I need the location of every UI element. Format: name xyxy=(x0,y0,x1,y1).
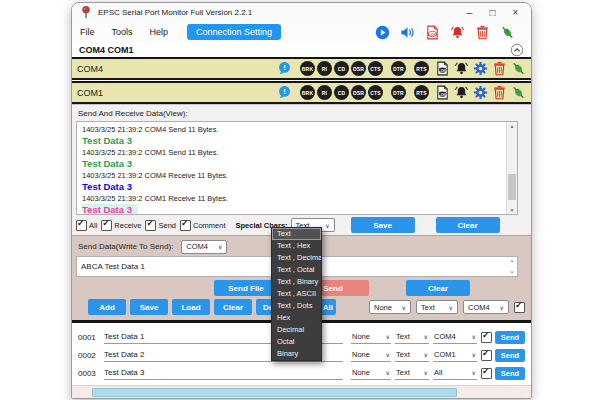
menu-tools[interactable]: Tools xyxy=(112,27,133,37)
dropdown-option[interactable]: Text , Dots xyxy=(272,300,321,312)
comment-checkbox[interactable] xyxy=(180,220,191,231)
trash-icon[interactable] xyxy=(492,85,507,100)
row-format-select[interactable]: Text ∨ xyxy=(395,331,429,344)
signal-brk[interactable]: BRK xyxy=(300,61,315,76)
volume-icon[interactable] xyxy=(400,25,415,40)
signal-brk[interactable]: BRK xyxy=(300,85,315,100)
log-file-icon[interactable]: LOG xyxy=(425,25,440,40)
dropdown-option[interactable]: Binary xyxy=(272,348,321,360)
filter-send[interactable]: Send xyxy=(145,220,176,231)
signal-cd[interactable]: CD xyxy=(334,85,349,100)
close-button[interactable]: × xyxy=(504,4,527,20)
dropdown-option[interactable]: Text , Octal xyxy=(272,264,321,276)
add-button[interactable]: Add xyxy=(88,299,126,315)
row-enable-checkbox[interactable] xyxy=(481,368,492,379)
horizontal-scrollbar[interactable] xyxy=(72,385,531,398)
row-enable-checkbox[interactable] xyxy=(481,350,492,361)
menu-help[interactable]: Help xyxy=(150,27,169,37)
row-line-ending-select[interactable]: None ∨ xyxy=(351,349,391,362)
signal-dtr[interactable]: DTR xyxy=(391,61,406,76)
bell-icon[interactable] xyxy=(454,85,469,100)
play-icon[interactable] xyxy=(375,25,390,40)
global-line-ending-select[interactable]: None ∨ xyxy=(369,300,411,314)
dropdown-option[interactable]: Text , Decimal xyxy=(272,252,321,264)
row-port-select[interactable]: COM1 ∨ xyxy=(433,349,477,362)
row-send-button[interactable]: Send xyxy=(495,349,525,362)
signal-ri[interactable]: RI xyxy=(317,61,332,76)
row-line-ending-select[interactable]: None ∨ xyxy=(351,331,391,344)
row-format-select[interactable]: Text ∨ xyxy=(395,349,429,362)
connect-plug-icon[interactable] xyxy=(511,85,526,100)
signal-ri[interactable]: RI xyxy=(317,85,332,100)
log-line: 1403/3/25 21:39:2 COM4 Send 11 Bytes. xyxy=(82,124,503,135)
signal-dsr[interactable]: DSR xyxy=(351,61,366,76)
row-enable-checkbox[interactable] xyxy=(481,332,492,343)
svg-text:LOG: LOG xyxy=(438,92,447,97)
filter-all[interactable]: All xyxy=(76,220,97,231)
dropdown-option[interactable]: Decimal xyxy=(272,324,321,336)
settings-gear-icon[interactable] xyxy=(473,85,488,100)
input-scroll-arrows[interactable]: ▲▼ xyxy=(507,257,517,276)
alert-balloon-icon[interactable]: ! xyxy=(277,85,292,100)
connection-setting-button[interactable]: Connection Setting xyxy=(187,24,281,40)
receive-checkbox[interactable] xyxy=(101,220,112,231)
bell-icon[interactable] xyxy=(454,61,469,76)
row-text-input[interactable]: Test Data 3 xyxy=(104,367,343,380)
scroll-down-arrow-icon[interactable]: ▼ xyxy=(507,207,517,213)
view-clear-button[interactable]: Clear xyxy=(436,217,500,233)
connect-plug-icon[interactable] xyxy=(511,61,526,76)
row-format-select[interactable]: Text ∨ xyxy=(395,367,429,380)
connect-plug-icon[interactable] xyxy=(500,25,515,40)
log-line-received-data: Test Data 3 xyxy=(82,181,503,193)
dropdown-option[interactable]: Text , Binary xyxy=(272,276,321,288)
row-port-select[interactable]: All ∨ xyxy=(433,367,477,380)
filter-comment[interactable]: Comment xyxy=(180,220,226,231)
scroll-up-arrow-icon[interactable]: ▲ xyxy=(507,123,517,129)
all-checkbox[interactable] xyxy=(76,220,87,231)
log-file-icon[interactable]: LOG xyxy=(435,85,450,100)
global-port-select[interactable]: COM4 ∨ xyxy=(463,300,509,314)
row-line-ending-select[interactable]: None ∨ xyxy=(351,367,391,380)
trash-icon[interactable] xyxy=(475,25,490,40)
chevron-down-icon: ∨ xyxy=(500,304,504,311)
global-format-select[interactable]: Text ∨ xyxy=(416,300,458,314)
send-checkbox[interactable] xyxy=(145,220,156,231)
filter-receive[interactable]: Receive xyxy=(101,220,141,231)
dropdown-option[interactable]: Hex xyxy=(272,312,321,324)
signal-rts[interactable]: RTS xyxy=(414,85,429,100)
row-send-button[interactable]: Send xyxy=(495,367,525,380)
log-file-icon[interactable]: LOG xyxy=(435,61,450,76)
send-port-select[interactable]: COM4 ∨ xyxy=(181,240,227,254)
signal-cts[interactable]: CTS xyxy=(368,85,383,100)
scrollbar-thumb[interactable] xyxy=(92,388,457,397)
trash-icon[interactable] xyxy=(492,61,507,76)
row-send-button[interactable]: Send xyxy=(495,331,525,344)
collapse-chevron-up-icon[interactable] xyxy=(510,43,524,57)
save-button[interactable]: Save xyxy=(130,299,168,315)
menu-file[interactable]: File xyxy=(80,27,95,37)
dropdown-option[interactable]: Text , ASCII xyxy=(272,288,321,300)
send-file-button[interactable]: Send File xyxy=(214,280,278,296)
row-port-select[interactable]: COM4 ∨ xyxy=(433,331,477,344)
signal-cd[interactable]: CD xyxy=(334,61,349,76)
view-save-button[interactable]: Save xyxy=(351,217,415,233)
dropdown-option[interactable]: Octal xyxy=(272,336,321,348)
vertical-scrollbar[interactable]: ▲ ▼ xyxy=(506,122,517,214)
clear-button[interactable]: Clear xyxy=(214,299,252,315)
global-enable-checkbox[interactable] xyxy=(514,302,525,313)
settings-gear-icon[interactable] xyxy=(473,61,488,76)
signal-dsr[interactable]: DSR xyxy=(351,85,366,100)
scrollbar-thumb[interactable] xyxy=(508,174,516,200)
alert-balloon-icon[interactable]: ! xyxy=(277,61,292,76)
send-clear-button[interactable]: Clear xyxy=(406,280,470,296)
dropdown-option[interactable]: Text , Hex xyxy=(272,240,321,252)
alarm-bell-icon[interactable] xyxy=(450,25,465,40)
signal-rts[interactable]: RTS xyxy=(414,61,429,76)
load-button[interactable]: Load xyxy=(172,299,210,315)
signal-dtr[interactable]: DTR xyxy=(391,85,406,100)
minimize-button[interactable]: – xyxy=(458,4,481,20)
dropdown-option[interactable]: Text xyxy=(272,228,321,240)
data-view-box[interactable]: 1403/3/25 21:39:2 COM4 Send 11 Bytes. Te… xyxy=(76,121,518,215)
signal-cts[interactable]: CTS xyxy=(368,61,383,76)
maximize-button[interactable]: □ xyxy=(481,4,504,20)
